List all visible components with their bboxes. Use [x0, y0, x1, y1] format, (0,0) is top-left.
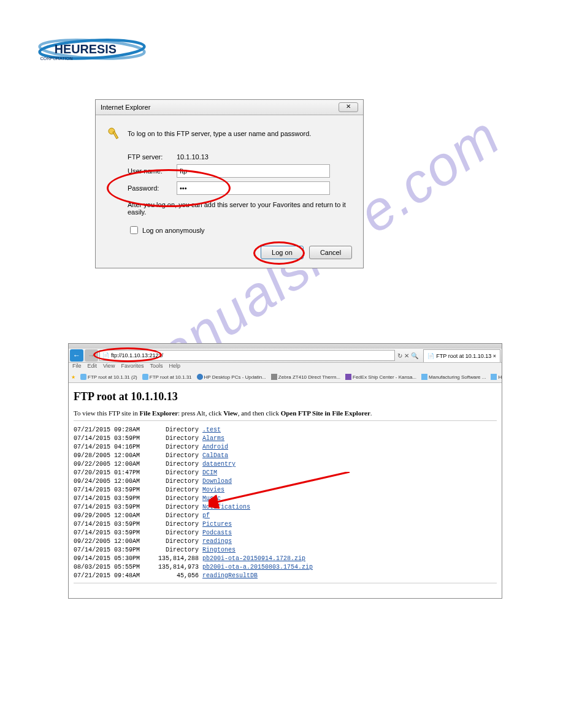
logo-sub: CORPORATION	[40, 56, 72, 61]
ftp-server-value: 10.1.10.13	[177, 153, 352, 161]
favorites-bar: ★ FTP root at 10.1.31 (2) FTP root at 10…	[69, 371, 502, 383]
browser-window: ← → 📄 ftp://10.1.10.13:2121/ ↻ ✕ 🔍 📄 FTP…	[68, 343, 502, 599]
address-bar[interactable]: 📄 ftp://10.1.10.13:2121/	[99, 350, 395, 361]
username-label: User name:	[128, 167, 177, 175]
ftp-entry-link[interactable]: Podcasts	[202, 529, 232, 536]
key-icon	[107, 126, 121, 141]
url-text: ftp://10.1.10.13:2121/	[111, 352, 163, 358]
forward-button[interactable]: →	[85, 349, 98, 362]
ftp-login-dialog: Internet Explorer ✕ To log on to this FT…	[95, 99, 364, 268]
close-icon[interactable]: ✕	[339, 102, 358, 112]
page-icon: 📄	[102, 352, 109, 358]
ftp-entry-link[interactable]: Movies	[202, 487, 224, 493]
fav-item[interactable]: Zebra ZT410 Direct Therm...	[271, 374, 340, 380]
password-label: Password:	[128, 184, 177, 192]
ftp-entry-link[interactable]: readings	[202, 538, 232, 545]
anonymous-checkbox[interactable]	[130, 226, 138, 234]
fav-item[interactable]: FTP root at 10.1.31 (2)	[80, 374, 137, 380]
anonymous-label: Log on anonymously	[142, 227, 205, 234]
ftp-entry-link[interactable]: pb200i-ota-a.20150803.1754.zip	[202, 564, 313, 571]
ftp-entry-link[interactable]: Ringtones	[202, 547, 236, 553]
dialog-note: After you log on, you can add this serve…	[128, 201, 352, 216]
fav-item[interactable]: Manufacturing Software ...	[421, 374, 486, 380]
ftp-entry-link[interactable]: pf	[202, 512, 210, 519]
menu-file[interactable]: File	[72, 363, 82, 371]
menu-help[interactable]: Help	[169, 363, 180, 371]
dialog-title: Internet Explorer	[101, 100, 150, 115]
ftp-entry-link[interactable]: readingResultDB	[202, 572, 258, 579]
dialog-message: To log on to this FTP server, type a use…	[128, 130, 311, 137]
ftp-entry-link[interactable]: pb200i-ota-20150914.1728.zip	[202, 555, 305, 562]
ftp-entry-link[interactable]: Download	[202, 478, 232, 485]
menu-edit[interactable]: Edit	[88, 363, 98, 371]
ftp-entry-link[interactable]: CalData	[202, 452, 228, 459]
svg-rect-3	[113, 132, 118, 139]
page-heading: FTP root at 10.1.10.13	[74, 390, 497, 403]
nav-icons: ↻ ✕ 🔍	[397, 352, 418, 359]
tab-icon: 📄	[427, 353, 434, 359]
logo-text: HEURESIS	[55, 42, 117, 56]
ftp-directory-listing: 07/21/2015 09:28AM Directory .test 07/14…	[74, 426, 497, 580]
ftp-entry-link[interactable]: DCIM	[202, 469, 217, 476]
ftp-entry-link[interactable]: .test	[202, 427, 221, 433]
ftp-entry-link[interactable]: Alarms	[202, 435, 224, 442]
anonymous-checkbox-row: Log on anonymously	[128, 224, 352, 236]
menu-favorites[interactable]: Favorites	[121, 363, 144, 371]
logon-button[interactable]: Log on	[261, 246, 304, 259]
ftp-entry-link[interactable]: Music	[202, 495, 221, 502]
fav-item[interactable]: Heuresis	[491, 374, 502, 380]
ftp-server-label: FTP server:	[128, 153, 177, 161]
ftp-entry-link[interactable]: Android	[202, 444, 228, 450]
fav-item[interactable]: HP Desktop PCs - Updatin...	[197, 374, 266, 380]
menu-bar: File Edit View Favorites Tools Help	[69, 363, 502, 371]
logo: HEURESIS CORPORATION	[37, 34, 147, 64]
menu-tools[interactable]: Tools	[150, 363, 163, 371]
fav-item[interactable]: FTP root at 10.1.31	[142, 374, 192, 380]
back-button[interactable]: ←	[70, 349, 83, 362]
ftp-entry-link[interactable]: Pictures	[202, 521, 232, 528]
ftp-entry-link[interactable]: Notifications	[202, 504, 250, 510]
fav-item[interactable]: FedEx Ship Center - Kansa...	[345, 374, 416, 380]
refresh-icon[interactable]: ↻	[397, 352, 402, 359]
ftp-entry-link[interactable]: dataentry	[202, 461, 236, 468]
cancel-button[interactable]: Cancel	[309, 246, 352, 259]
menu-view[interactable]: View	[103, 363, 115, 371]
fav-star-icon[interactable]: ★	[71, 374, 75, 380]
page-instructions: To view this FTP site in File Explorer: …	[74, 409, 497, 417]
search-icon[interactable]: 🔍	[411, 352, 418, 359]
tab-title: FTP root at 10.1.10.13 ×	[436, 353, 496, 359]
stop-icon[interactable]: ✕	[404, 352, 409, 359]
password-input[interactable]	[177, 181, 330, 195]
username-input[interactable]	[177, 164, 330, 178]
browser-tab[interactable]: 📄 FTP root at 10.1.10.13 ×	[423, 349, 500, 362]
